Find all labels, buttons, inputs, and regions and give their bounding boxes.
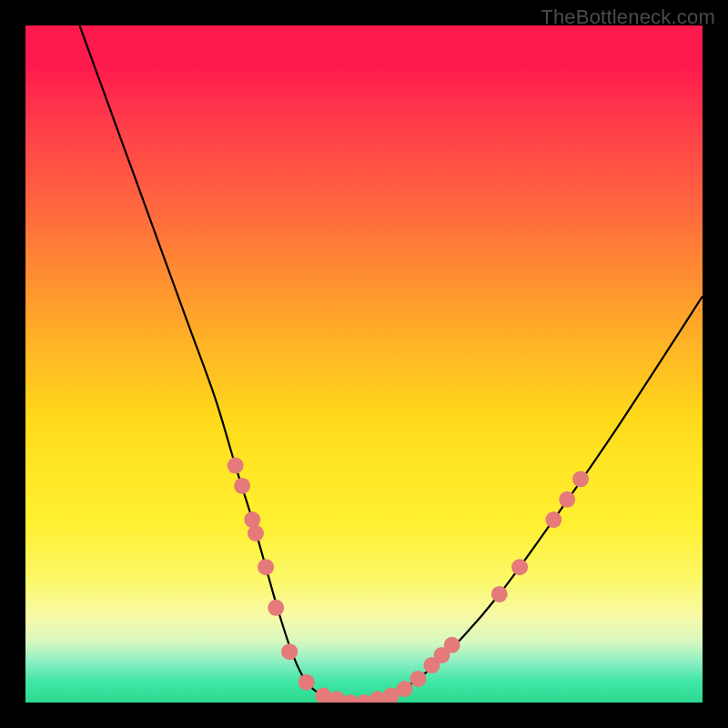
scatter-point <box>545 511 561 528</box>
scatter-point <box>234 478 250 494</box>
scatter-point <box>281 643 298 660</box>
scatter-point <box>559 491 575 508</box>
scatter-point <box>444 637 460 653</box>
scatter-point <box>248 525 264 541</box>
scatter-point <box>397 681 413 697</box>
scatter-point <box>228 458 244 474</box>
scatter-point <box>410 671 427 687</box>
plot-area <box>25 25 703 703</box>
watermark-text: TheBottleneck.com <box>541 5 715 29</box>
scatter-point <box>511 559 528 575</box>
chart-svg <box>25 25 703 703</box>
scatter-point <box>298 674 315 691</box>
scatter-point <box>258 559 274 575</box>
scatter-point <box>268 600 284 616</box>
chart-frame: TheBottleneck.com <box>0 0 728 728</box>
scatter-point <box>491 586 508 602</box>
bottleneck-curve <box>80 25 703 703</box>
scatter-point <box>572 470 589 487</box>
scatter-markers <box>228 458 589 703</box>
